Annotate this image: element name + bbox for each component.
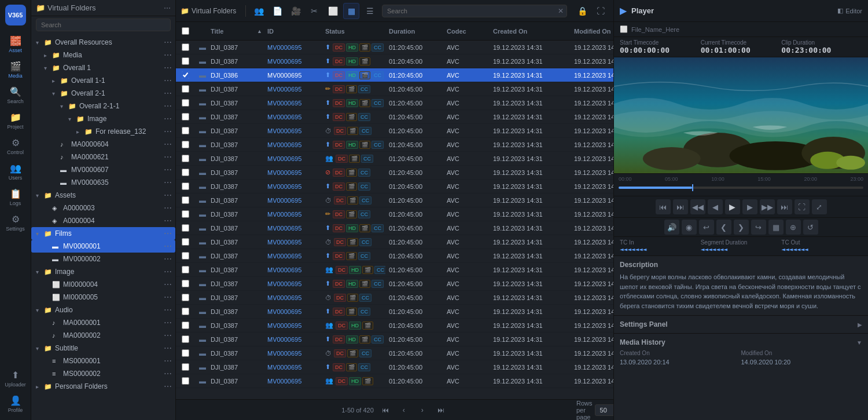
sidebar-item-mv0000002[interactable]: ▬MV0000002⋯ [31,253,175,265]
row-select-checkbox[interactable] [182,294,189,301]
nav-item-media[interactable]: 🎬 Media [4,58,27,81]
first-page-button[interactable]: ⏮ [378,403,392,417]
settings-panel[interactable]: Settings Panel ▶ [614,316,868,334]
toolbar-btn-cut[interactable]: ✂ [306,3,322,19]
sidebar-item-personal-folders[interactable]: ▸📁Personal Folders⋯ [31,380,175,393]
table-row[interactable]: ▬ DJI_0387 MV0000695 ⊘ DC 🎬 CC 01:20:45:… [176,166,613,180]
table-row[interactable]: ▬ DJI_0387 MV0000695 ⏱ DC 🎬 CC 01:20:45:… [176,124,613,138]
sidebar-item-overall-1[interactable]: ▾📁Overall 1⋯ [31,61,175,74]
row-checkbox[interactable] [178,141,196,148]
row-select-checkbox[interactable] [182,141,189,148]
row-checkbox[interactable] [178,169,196,176]
row-checkbox[interactable] [178,349,196,357]
sidebar-item-more-btn[interactable]: ⋯ [163,229,173,238]
table-row[interactable]: ▬ DJI_0387 MV0000695 ✏ DC 🎬 CC 01:20:45:… [176,82,613,96]
nav-item-uploader[interactable]: ⬆ Uploader [4,367,27,390]
ctrl-loop-fwd[interactable]: ↪ [751,220,766,235]
row-checkbox[interactable] [178,99,196,107]
table-row[interactable]: ▬ DJI_0387 MV0000695 ⬆ DC HD 🎬 CC 01:20:… [176,277,613,291]
sidebar-item-ms0000002[interactable]: ≡MS0000002⋯ [31,367,175,380]
th-duration[interactable]: Duration [385,28,443,35]
nav-item-search[interactable]: 🔍 Search [4,83,27,107]
row-checkbox[interactable] [178,322,196,329]
row-select-checkbox[interactable] [182,196,189,204]
row-checkbox[interactable] [178,182,196,190]
table-row[interactable]: ▬ DJI_0387 MV0000695 ⬆ DC HD 🎬 01:20:45:… [176,54,613,68]
row-checkbox[interactable] [178,238,196,246]
table-row[interactable]: ▬ DJI_0387 MV0000695 ⬆ DC HD 🎬 CC 01:20:… [176,96,613,110]
row-checkbox[interactable] [178,71,196,79]
sidebar-item-ma0000621[interactable]: ♪MA0000621⋯ [31,151,175,163]
row-checkbox[interactable] [178,196,196,204]
row-select-checkbox[interactable] [182,308,189,315]
table-row[interactable]: ▬ DJI_0387 MV0000695 👥 DC HD 🎬 01:20:45:… [176,374,613,388]
sidebar-item-overall-1-1[interactable]: ▸📁Overall 1-1⋯ [31,74,175,87]
ctrl-fullscreen[interactable]: ⛶ [795,199,810,214]
row-checkbox[interactable] [178,155,196,162]
sidebar-item-more-btn[interactable]: ⋯ [163,140,173,149]
row-checkbox[interactable] [178,43,196,51]
ctrl-skip-end[interactable]: ⏭ [777,199,792,214]
table-row[interactable]: ▬ DJI_0387 MV0000695 ⬆ DC 🎬 CC 01:20:45:… [176,249,613,263]
table-row[interactable]: ▬ DJI_0387 MV0000695 ⬆ DC HD 🎬 CC 01:20:… [176,221,613,235]
sidebar-more-icon[interactable]: ⋯ [164,4,171,12]
sidebar-item-overall-resources[interactable]: ▾📁Overall Resources⋯ [31,36,175,49]
sidebar-item-image[interactable]: ▾📁Image⋯ [31,112,175,125]
table-row[interactable]: ▬ DJI_0387 MV0000695 ⏱ DC 🎬 CC 01:20:45:… [176,291,613,305]
player-timeline[interactable]: 00:0005:0010:0015:0020:0023:00 [614,173,868,196]
ctrl-loop-back[interactable]: ↩ [699,220,714,235]
sidebar-item-more-btn[interactable]: ⋯ [163,242,173,251]
row-select-checkbox[interactable] [182,127,189,134]
sidebar-item-mi0000004[interactable]: ⬜MI0000004⋯ [31,278,175,291]
row-select-checkbox[interactable] [182,266,189,273]
timeline-bar[interactable] [619,187,863,189]
sidebar-item-mv0000001[interactable]: ▬MV0000001⋯ [31,240,175,253]
row-checkbox[interactable] [178,266,196,273]
sidebar-item-a0000004[interactable]: ◈A0000004⋯ [31,214,175,227]
table-row[interactable]: ▬ DJI_0387 MV0000695 ⬆ DC 🎬 CC 01:20:45:… [176,180,613,193]
sidebar-item-more-btn[interactable]: ⋯ [163,114,173,123]
ctrl-grid-view[interactable]: ▦ [768,220,784,235]
th-title[interactable]: Title [207,28,253,35]
ctrl-mark-out[interactable]: ❯ [734,220,749,235]
ctrl-volume[interactable]: 🔊 [664,220,679,235]
sidebar-item-mv0000607[interactable]: ▬MV0000607⋯ [31,163,175,176]
row-select-checkbox[interactable] [182,182,189,190]
sidebar-item-more-btn[interactable]: ⋯ [163,203,173,213]
ctrl-fast-fwd[interactable]: ▶▶ [760,199,775,214]
row-checkbox[interactable] [178,113,196,120]
row-select-checkbox[interactable] [182,224,189,232]
table-row[interactable]: ▬ DJI_0386 MV0000695 ⬆ DC HD 🎬 CC 01:20:… [176,68,613,82]
sidebar-item-subtitle[interactable]: ▾📁Subtitle⋯ [31,342,175,355]
row-select-checkbox[interactable] [182,363,189,371]
sidebar-item-assets[interactable]: ▾📁Assets⋯ [31,189,175,202]
table-row[interactable]: ▬ DJI_0387 MV0000695 ✏ DC 🎬 CC 01:20:45:… [176,207,613,221]
row-checkbox[interactable] [178,377,196,385]
row-checkbox[interactable] [178,224,196,232]
row-select-checkbox[interactable] [182,210,189,218]
ctrl-step-back[interactable]: ◀ [708,199,723,214]
sidebar-item-more-btn[interactable]: ⋯ [163,356,173,366]
table-row[interactable]: ▬ DJI_0387 MV0000695 ⬆ DC 🎬 CC 01:20:45:… [176,305,613,319]
sidebar-search-input[interactable] [36,19,171,31]
table-row[interactable]: ▬ DJI_0387 MV0000695 ⬆ DC HD 🎬 CC 01:20:… [176,138,613,152]
row-checkbox[interactable] [178,210,196,218]
rows-per-page-select[interactable]: 50 100 25 [595,404,613,416]
sidebar-item-more-btn[interactable]: ⋯ [163,101,173,111]
ctrl-rewind[interactable]: ◀◀ [690,199,705,214]
table-row[interactable]: ▬ DJI_0387 MV0000695 👥 DC 🎬 CC 01:20:45:… [176,152,613,166]
row-checkbox[interactable] [178,252,196,260]
table-row[interactable]: ▬ DJI_0387 MV0000695 ⏱ DC 🎬 CC 01:20:45:… [176,235,613,249]
sidebar-item-more-btn[interactable]: ⋯ [163,50,173,60]
table-row[interactable]: ▬ DJI_0387 MV0000695 ⏱ DC 🎬 CC 01:20:45:… [176,346,613,360]
sidebar-item-ma0000002[interactable]: ♪MA0000002⋯ [31,329,175,342]
th-title-sort[interactable]: ▲ [253,28,264,34]
sidebar-item-more-btn[interactable]: ⋯ [163,38,173,47]
row-select-checkbox[interactable] [182,238,189,246]
row-select-checkbox[interactable] [182,71,189,79]
row-select-checkbox[interactable] [182,335,189,343]
nav-item-profile[interactable]: 👤 Profile [4,392,27,415]
nav-item-control[interactable]: ⚙ Control [4,134,27,158]
prev-page-button[interactable]: ‹ [397,403,411,417]
last-page-button[interactable]: ⏭ [434,403,448,417]
